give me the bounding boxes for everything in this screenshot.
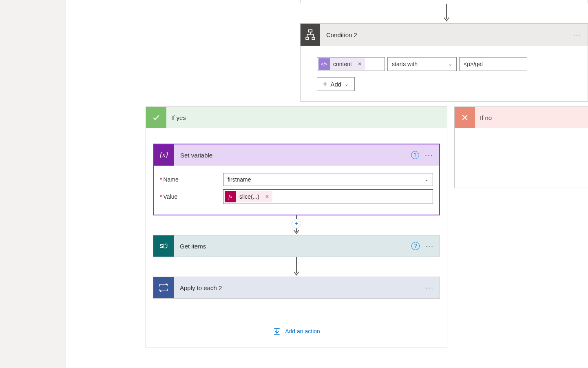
svg-point-10 (166, 244, 167, 245)
condition-card[interactable]: Condition 2 ··· </> content ✕ starts wit… (300, 23, 588, 102)
condition-title: Condition 2 (320, 31, 571, 38)
svg-rect-3 (312, 38, 315, 40)
value-label: *Value (160, 193, 223, 200)
condition-operator-label: starts with (392, 61, 418, 67)
get-items-menu-button[interactable]: ··· (425, 242, 440, 251)
plus-icon: + (323, 80, 327, 88)
set-variable-card[interactable]: {x} Set variable ? ··· *Name firstname ⌄ (153, 144, 440, 215)
set-variable-header[interactable]: {x} Set variable ? ··· (154, 144, 439, 166)
help-icon[interactable]: ? (411, 151, 419, 159)
apply-to-each-title: Apply to each 2 (174, 284, 425, 291)
fx-icon: fx (225, 191, 236, 202)
if-yes-branch: If yes {x} Set variable ? ··· *Name firs… (146, 106, 447, 348)
condition-icon (301, 24, 320, 46)
apply-to-each-card[interactable]: Apply to each 2 ··· (153, 277, 440, 299)
apply-to-each-menu-button[interactable]: ··· (425, 284, 440, 292)
name-select[interactable]: firstname ⌄ (223, 173, 433, 186)
connector-with-add: + (153, 215, 440, 235)
content-token-label: content (330, 61, 354, 67)
close-icon (455, 107, 475, 128)
add-action-no[interactable]: Add an action (455, 128, 588, 181)
chevron-down-icon: ⌄ (448, 61, 452, 67)
content-token-remove[interactable]: ✕ (354, 61, 365, 67)
content-token-icon: </> (318, 58, 330, 70)
connector-arrow (444, 4, 449, 22)
get-items-card[interactable]: S Get items ? ··· (153, 235, 440, 257)
condition-menu-button[interactable]: ··· (571, 31, 588, 39)
check-icon (146, 107, 166, 128)
expression-label: slice(...) (236, 193, 262, 200)
chevron-down-icon: ⌄ (345, 81, 349, 87)
if-no-header[interactable]: If no (455, 107, 588, 128)
sharepoint-icon: S (153, 235, 174, 257)
if-yes-label: If yes (166, 114, 186, 121)
expression-remove[interactable]: ✕ (262, 194, 272, 200)
left-gutter (0, 0, 66, 368)
get-items-title: Get items (174, 243, 411, 250)
svg-rect-2 (306, 38, 309, 40)
connector-arrow (153, 257, 440, 277)
if-yes-body: {x} Set variable ? ··· *Name firstname ⌄ (146, 128, 447, 335)
condition-body: </> content ✕ starts with ⌄ <p>/get + Ad… (301, 46, 588, 101)
flow-canvas: Condition 2 ··· </> content ✕ starts wit… (66, 0, 588, 368)
if-no-branch: If no Add an action (454, 106, 588, 188)
get-items-header[interactable]: S Get items ? ··· (153, 235, 440, 257)
set-variable-body: *Name firstname ⌄ *Value fx slice(...) (154, 166, 439, 215)
condition-left-operand[interactable]: </> content ✕ (317, 57, 385, 71)
apply-to-each-header[interactable]: Apply to each 2 ··· (153, 277, 440, 298)
if-yes-header[interactable]: If yes (146, 107, 447, 128)
name-label: *Name (160, 176, 223, 183)
chevron-down-icon: ⌄ (424, 177, 429, 182)
add-action-label: Add an action (285, 328, 320, 335)
variable-icon: {x} (154, 144, 174, 166)
condition-expression-row: </> content ✕ starts with ⌄ <p>/get (317, 57, 571, 71)
set-variable-title: Set variable (174, 152, 411, 159)
loop-icon (153, 277, 174, 298)
condition-operator-select[interactable]: starts with ⌄ (387, 57, 457, 71)
value-input[interactable]: fx slice(...) ✕ (223, 189, 433, 204)
add-action-yes[interactable]: Add an action (153, 327, 440, 335)
help-icon[interactable]: ? (411, 242, 420, 250)
expression-token[interactable]: fx slice(...) ✕ (225, 191, 272, 202)
condition-add-button[interactable]: + Add ⌄ (317, 77, 355, 91)
set-variable-value-row: *Value fx slice(...) ✕ (160, 189, 433, 204)
condition-header[interactable]: Condition 2 ··· (301, 24, 588, 46)
set-variable-name-row: *Name firstname ⌄ (160, 173, 433, 186)
name-value: firstname (228, 176, 251, 183)
svg-rect-1 (309, 30, 312, 32)
condition-right-operand[interactable]: <p>/get (459, 57, 527, 71)
content-token[interactable]: </> content ✕ (318, 58, 365, 70)
condition-add-label: Add (331, 81, 342, 88)
set-variable-menu-button[interactable]: ··· (425, 151, 439, 160)
insert-step-button[interactable]: + (292, 219, 301, 228)
add-action-icon (273, 327, 281, 335)
if-no-label: If no (475, 114, 492, 121)
previous-action-stub[interactable] (300, 0, 588, 3)
condition-value-text: <p>/get (464, 61, 483, 67)
